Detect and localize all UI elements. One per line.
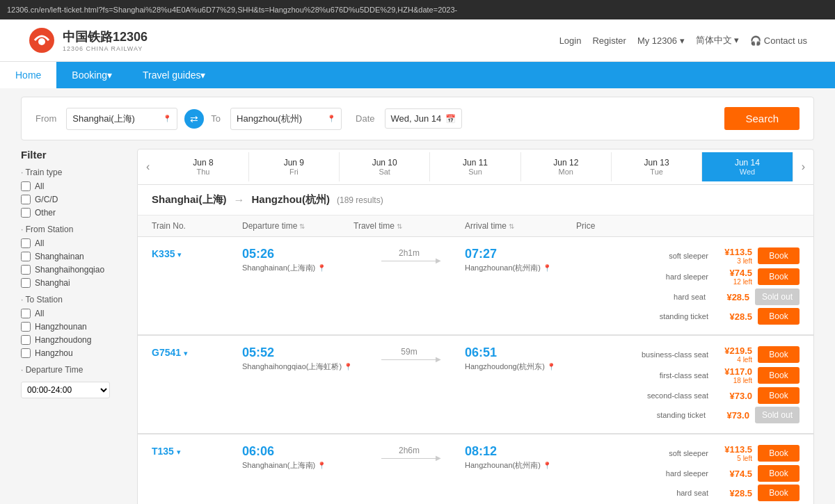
arr-station-2: Hangzhounan(杭州南) 📍: [465, 460, 576, 471]
book-btn-2-1[interactable]: Book: [758, 465, 800, 482]
search-button[interactable]: Search: [724, 107, 800, 130]
date-tab-2-date: Jun 10: [340, 158, 429, 168]
filter-hangzhounan: Hangzhounan: [21, 322, 129, 332]
train-no-0-arrow[interactable]: ▾: [177, 250, 182, 259]
route-arrow-icon: →: [234, 194, 245, 206]
from-input[interactable]: Shanghai(上海) 📍: [66, 108, 177, 130]
date-tab-6[interactable]: Jun 14 Wed: [702, 152, 793, 181]
book-btn-2-0[interactable]: Book: [758, 445, 800, 462]
filter-gcd-train-label: G/C/D: [35, 195, 58, 204]
train-card-2: T135 ▾ 06:06 Shanghainan(上海南) 📍 2h6m 08:…: [137, 434, 814, 504]
login-link[interactable]: Login: [559, 35, 582, 46]
logo-title: 中国铁路12306: [63, 29, 148, 45]
arr-col-2: 08:12 Hangzhounan(杭州南) 📍: [465, 444, 576, 471]
filter-hangzhoudong: Hangzhoudong: [21, 335, 129, 345]
price-row-1-1: first-class seat ¥117.0 18 left Book: [576, 366, 800, 384]
arrival-sort-icon: ⇅: [509, 222, 514, 230]
filter-shanghainan-label: Shanghainan: [35, 252, 84, 261]
price-row-1-3: standing ticket ¥73.0 Sold out: [576, 407, 800, 423]
arr-col-0: 07:27 Hangzhounan(杭州南) 📍: [465, 247, 576, 273]
book-btn-1-0[interactable]: Book: [758, 346, 800, 363]
price-row-0-1: hard sleeper ¥74.5 12 left Book: [576, 268, 800, 286]
language-selector[interactable]: 简体中文 ▾: [696, 34, 740, 47]
nav-home[interactable]: Home: [0, 62, 56, 88]
nav-bar: Home Booking ▾ Travel guides ▾: [0, 62, 835, 88]
travel-sort-icon: ⇅: [397, 222, 402, 230]
filter-shanghaihongqiao-checkbox[interactable]: [21, 265, 31, 275]
train-no-col-2: T135 ▾: [152, 444, 242, 457]
price-0-0: ¥113.5: [714, 247, 752, 257]
train-no-0[interactable]: K335: [152, 248, 175, 259]
train-no-2-arrow[interactable]: ▾: [177, 448, 181, 456]
logo-icon: [28, 26, 56, 54]
travel-duration-1: 59m: [401, 347, 417, 357]
date-tab-5[interactable]: Jun 13 Tue: [612, 152, 702, 181]
dep-station-1: Shanghaihongqiao(上海虹桥) 📍: [242, 361, 353, 372]
filter-to-all: All: [21, 309, 129, 318]
from-station-section-title: From Station: [21, 225, 129, 234]
filter-gcd-train-checkbox[interactable]: [21, 195, 31, 204]
filter-other-train-checkbox[interactable]: [21, 208, 31, 218]
filter-hangzhounan-checkbox[interactable]: [21, 322, 31, 332]
travel-guides-chevron-icon: ▾: [200, 70, 205, 81]
book-btn-0-0[interactable]: Book: [758, 247, 800, 264]
price-2-2: ¥28.5: [714, 488, 752, 498]
price-row-2-1: hard sleeper ¥74.5 Book: [576, 465, 800, 482]
travel-line-1: [381, 359, 437, 360]
departure-time-select[interactable]: 00:00-24:00: [21, 382, 110, 398]
contact-link[interactable]: 🎧 Contact us: [750, 35, 807, 46]
arr-station-0: Hangzhounan(杭州南) 📍: [465, 263, 576, 273]
filter-hangzhoudong-label: Hangzhoudong: [35, 335, 91, 345]
date-tab-3[interactable]: Jun 11 Sun: [430, 152, 520, 181]
filter-shanghainan-checkbox[interactable]: [21, 252, 31, 261]
register-link[interactable]: Register: [592, 35, 626, 46]
headphone-icon: 🎧: [750, 35, 764, 46]
seat-type-1-2: second-class seat: [639, 391, 708, 400]
price-row-0-0: soft sleeper ¥113.5 3 left Book: [576, 247, 800, 265]
nav-booking[interactable]: Booking ▾: [56, 62, 127, 88]
departure-sort-icon: ⇅: [299, 222, 305, 230]
exchange-button[interactable]: ⇄: [184, 109, 204, 129]
date-input[interactable]: Wed, Jun 14 📅: [385, 108, 463, 129]
filter-hangzhou-checkbox[interactable]: [21, 348, 31, 358]
book-btn-1-2[interactable]: Book: [758, 387, 800, 404]
arr-station-1: Hangzhoudong(杭州东) 📍: [465, 361, 576, 372]
filter-shanghai-checkbox[interactable]: [21, 278, 31, 288]
seat-type-0-0: soft sleeper: [639, 252, 708, 260]
date-tab-2[interactable]: Jun 10 Sat: [340, 152, 430, 181]
train-no-2[interactable]: T135: [152, 446, 174, 457]
filter-to-all-checkbox[interactable]: [21, 309, 31, 318]
train-no-1-arrow[interactable]: ▾: [184, 349, 188, 357]
next-date-arrow[interactable]: ›: [793, 149, 813, 184]
price-1-3: ¥73.0: [711, 410, 749, 421]
filter-hangzhoudong-checkbox[interactable]: [21, 335, 31, 345]
date-tab-3-date: Jun 11: [430, 158, 520, 168]
my12306-link[interactable]: My 12306 ▾: [637, 35, 685, 46]
filter-shanghaihongqiao-label: Shanghaihongqiao: [35, 265, 104, 275]
dep-pin-icon-0: 📍: [317, 264, 326, 272]
seat-type-1-1: first-class seat: [639, 371, 708, 380]
train-no-1[interactable]: G7541: [152, 347, 181, 358]
date-tab-0[interactable]: Jun 8 Thu: [158, 152, 248, 181]
book-btn-0-1[interactable]: Book: [758, 268, 800, 285]
price-2-1: ¥74.5: [714, 469, 752, 479]
date-tab-3-day: Sun: [430, 168, 520, 176]
book-btn-0-3[interactable]: Book: [758, 308, 800, 325]
svg-point-1: [38, 38, 45, 45]
date-tab-2-day: Sat: [340, 168, 429, 176]
filter-from-all-label: All: [35, 238, 44, 248]
filter-all-train-checkbox[interactable]: [21, 181, 31, 191]
date-tab-4[interactable]: Jun 12 Mon: [521, 152, 612, 181]
filter-other-train: Other: [21, 208, 129, 218]
to-input[interactable]: Hangzhou(杭州) 📍: [230, 108, 342, 130]
travel-time-col-1: 59m: [353, 346, 465, 363]
nav-travel-guides[interactable]: Travel guides ▾: [127, 62, 221, 88]
book-btn-1-1[interactable]: Book: [758, 367, 800, 384]
logo-subtitle: 12306 CHINA RAILWAY: [63, 45, 148, 52]
date-tab-0-day: Thu: [158, 168, 248, 176]
filter-from-all-checkbox[interactable]: [21, 238, 31, 248]
col-arrival-time: Arrival time ⇅: [465, 221, 576, 231]
book-btn-2-2[interactable]: Book: [758, 485, 800, 501]
date-tab-1[interactable]: Jun 9 Fri: [249, 152, 340, 181]
prev-date-arrow[interactable]: ‹: [138, 149, 158, 184]
